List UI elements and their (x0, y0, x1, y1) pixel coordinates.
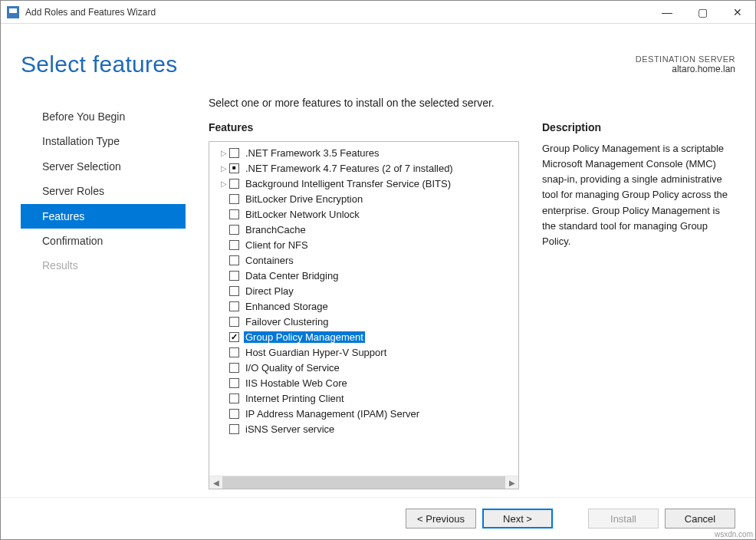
feature-label: Enhanced Storage (244, 301, 330, 312)
titlebar: Add Roles and Features Wizard — ▢ ✕ (1, 1, 755, 24)
main-pane: Select one or more features to install o… (186, 97, 735, 489)
feature-node[interactable]: Group Policy Management (214, 329, 518, 344)
close-button[interactable]: ✕ (720, 1, 755, 24)
wizard-footer: < Previous Next > Install Cancel (1, 497, 755, 539)
feature-label: Internet Printing Client (244, 393, 346, 404)
scroll-right-icon[interactable]: ▶ (505, 476, 518, 489)
feature-checkbox[interactable] (229, 378, 239, 388)
feature-checkbox[interactable] (229, 317, 239, 327)
feature-node[interactable]: Failover Clustering (214, 314, 518, 329)
feature-node[interactable]: iSNS Server service (214, 421, 518, 436)
feature-checkbox[interactable] (229, 163, 239, 173)
feature-node[interactable]: IP Address Management (IPAM) Server (214, 406, 518, 421)
sidebar-step-4[interactable]: Features (21, 204, 186, 229)
destination-label: DESTINATION SERVER (636, 54, 735, 64)
feature-label: Host Guardian Hyper-V Support (244, 347, 388, 358)
feature-checkbox[interactable] (229, 347, 239, 357)
minimize-button[interactable]: — (649, 1, 685, 24)
description-column: Description Group Policy Management is a… (542, 121, 735, 489)
page-title: Select features (21, 51, 178, 77)
feature-label: BitLocker Drive Encryption (244, 193, 364, 205)
feature-node[interactable]: BitLocker Network Unlock (214, 206, 518, 222)
sidebar-step-5[interactable]: Confirmation (21, 229, 186, 253)
feature-label: Containers (244, 255, 295, 266)
feature-node[interactable]: BitLocker Drive Encryption (214, 191, 518, 206)
expander-icon[interactable]: ▷ (219, 164, 229, 173)
sidebar-step-6: Results (21, 253, 186, 278)
columns: Features ▷.NET Framework 3.5 Features▷.N… (209, 121, 735, 489)
feature-label: Client for NFS (244, 239, 310, 251)
feature-checkbox[interactable] (229, 271, 239, 281)
feature-label: Data Center Bridging (244, 270, 340, 282)
feature-checkbox[interactable] (229, 194, 239, 204)
description-text: Group Policy Management is a scriptable … (542, 141, 735, 249)
feature-checkbox[interactable] (229, 255, 239, 265)
scroll-left-icon[interactable]: ◀ (209, 476, 222, 489)
feature-checkbox[interactable] (229, 393, 239, 403)
feature-label: BitLocker Network Unlock (244, 209, 361, 220)
previous-button[interactable]: < Previous (406, 509, 476, 528)
instruction-text: Select one or more features to install o… (209, 97, 735, 109)
feature-node[interactable]: Client for NFS (214, 237, 518, 252)
features-tree[interactable]: ▷.NET Framework 3.5 Features▷.NET Framew… (209, 142, 518, 476)
feature-label: BranchCache (244, 224, 307, 235)
app-icon (7, 6, 19, 18)
feature-node[interactable]: Data Center Bridging (214, 268, 518, 283)
feature-label: Background Intelligent Transfer Service … (244, 178, 452, 189)
feature-node[interactable]: Host Guardian Hyper-V Support (214, 344, 518, 360)
expander-icon[interactable]: ▷ (219, 179, 229, 188)
feature-node[interactable]: Enhanced Storage (214, 298, 518, 314)
destination-server-name: altaro.home.lan (636, 64, 735, 74)
feature-label: Direct Play (244, 285, 295, 297)
feature-label: Group Policy Management (244, 331, 365, 343)
feature-checkbox[interactable] (229, 225, 239, 235)
cancel-button[interactable]: Cancel (665, 509, 735, 528)
features-tree-container: ▷.NET Framework 3.5 Features▷.NET Framew… (209, 141, 519, 489)
expander-icon[interactable]: ▷ (219, 149, 229, 157)
next-button[interactable]: Next > (482, 509, 553, 528)
wizard-sidebar: Before You BeginInstallation TypeServer … (21, 97, 186, 489)
feature-checkbox[interactable] (229, 286, 239, 296)
feature-label: I/O Quality of Service (244, 362, 341, 374)
feature-label: iSNS Server service (244, 423, 336, 435)
window-controls: — ▢ ✕ (649, 1, 755, 24)
watermark: wsxdn.com (715, 530, 753, 538)
sidebar-step-1[interactable]: Installation Type (21, 129, 186, 153)
feature-node[interactable]: BranchCache (214, 222, 518, 237)
feature-checkbox[interactable] (229, 148, 239, 158)
feature-checkbox[interactable] (229, 179, 239, 189)
feature-node[interactable]: I/O Quality of Service (214, 360, 518, 375)
feature-label: .NET Framework 4.7 Features (2 of 7 inst… (244, 163, 455, 174)
scrollbar-thumb[interactable] (222, 476, 505, 489)
feature-label: IP Address Management (IPAM) Server (244, 408, 421, 420)
feature-checkbox[interactable] (229, 409, 239, 419)
features-section-title: Features (209, 121, 519, 133)
feature-checkbox[interactable] (229, 301, 239, 311)
sidebar-step-2[interactable]: Server Selection (21, 154, 186, 179)
feature-checkbox[interactable] (229, 209, 239, 219)
sidebar-step-3[interactable]: Server Roles (21, 179, 186, 203)
feature-checkbox[interactable] (229, 240, 239, 250)
feature-node[interactable]: ▷.NET Framework 3.5 Features (214, 145, 518, 160)
maximize-button[interactable]: ▢ (685, 1, 720, 24)
feature-checkbox[interactable] (229, 332, 239, 342)
feature-checkbox[interactable] (229, 424, 239, 434)
feature-node[interactable]: Direct Play (214, 283, 518, 298)
install-button: Install (588, 509, 659, 528)
sidebar-step-0[interactable]: Before You Begin (21, 104, 186, 129)
features-column: Features ▷.NET Framework 3.5 Features▷.N… (209, 121, 519, 489)
feature-node[interactable]: ▷.NET Framework 4.7 Features (2 of 7 ins… (214, 160, 518, 176)
description-section-title: Description (542, 121, 735, 133)
feature-checkbox[interactable] (229, 363, 239, 373)
feature-node[interactable]: Containers (214, 252, 518, 268)
content-area: Before You BeginInstallation TypeServer … (1, 97, 755, 497)
horizontal-scrollbar[interactable]: ◀ ▶ (209, 476, 518, 489)
feature-node[interactable]: IIS Hostable Web Core (214, 375, 518, 390)
feature-node[interactable]: ▷Background Intelligent Transfer Service… (214, 176, 518, 191)
window-title: Add Roles and Features Wizard (25, 7, 649, 18)
feature-label: .NET Framework 3.5 Features (244, 147, 381, 159)
feature-node[interactable]: Internet Printing Client (214, 390, 518, 406)
feature-label: Failover Clustering (244, 316, 330, 328)
wizard-header: Select features DESTINATION SERVER altar… (1, 24, 755, 97)
feature-label: IIS Hostable Web Core (244, 377, 349, 389)
